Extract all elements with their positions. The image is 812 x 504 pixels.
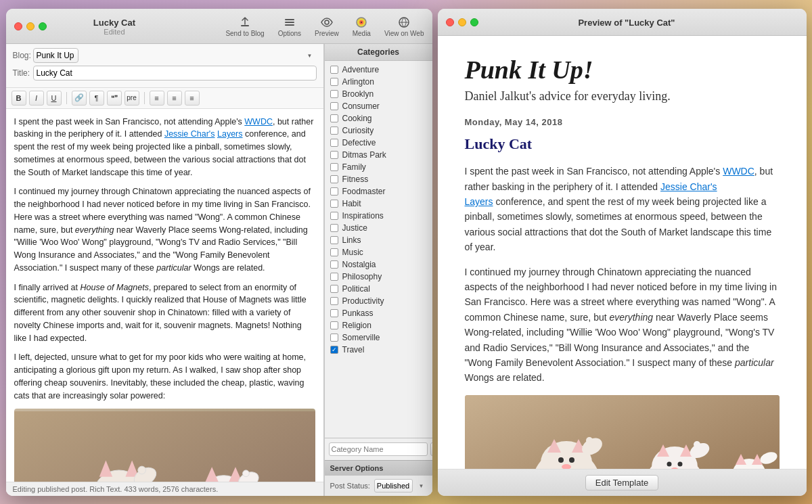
wwdc-link[interactable]: WWDC (244, 117, 273, 127)
status-bar: Editing published post. Rich Text. 433 w… (6, 482, 323, 496)
blockquote-button[interactable]: ❝❞ (107, 91, 122, 106)
svg-point-7 (361, 22, 362, 23)
preview-jessie-link[interactable]: Jessie Char's (660, 181, 717, 192)
preview-lucky-cat-svg (465, 395, 780, 469)
status-text: Editing published post. Rich Text. 433 w… (13, 485, 219, 493)
cat-checkbox-foodmaster[interactable] (330, 187, 338, 196)
cat-item-travel: ✓ Travel (325, 344, 432, 356)
cat-item-productivity: Productivity (325, 295, 432, 307)
cat-label-foodmaster: Foodmaster (342, 187, 386, 196)
svg-rect-39 (465, 395, 780, 469)
svg-rect-0 (241, 25, 249, 26)
post-status-label: Post Status: (330, 482, 370, 490)
cat-checkbox-cooking[interactable] (330, 114, 338, 122)
cat-checkbox-habit[interactable] (330, 200, 338, 208)
cat-item-political: Political (325, 283, 432, 295)
cat-checkbox-brooklyn[interactable] (330, 90, 338, 98)
add-category-button[interactable]: Add Category (430, 442, 432, 456)
edit-template-button[interactable]: Edit Template (585, 475, 659, 490)
italic-button[interactable]: I (29, 91, 44, 106)
right-window: Preview of "Lucky Cat" Punk It Up! Danie… (438, 9, 807, 496)
cat-checkbox-productivity[interactable] (330, 297, 338, 305)
cat-checkbox-religion[interactable] (330, 321, 338, 329)
cat-item-defective: Defective (325, 137, 432, 149)
editor-paragraph-1: I spent the past week in San Francisco, … (14, 116, 315, 179)
cat-label-justice: Justice (342, 223, 367, 233)
cat-item-nostalgia: Nostalgia (325, 258, 432, 271)
cat-checkbox-links[interactable] (330, 236, 338, 244)
cat-checkbox-punkass[interactable] (330, 309, 338, 317)
cat-checkbox-political[interactable] (330, 285, 338, 293)
pre-button[interactable]: pre (125, 91, 139, 106)
cat-label-fitness: Fitness (342, 175, 369, 184)
cat-checkbox-consumer[interactable] (330, 102, 338, 110)
cat-item-fitness: Fitness (325, 173, 432, 185)
cat-checkbox-family[interactable] (330, 163, 338, 171)
cat-item-somerville: Somerville (325, 331, 432, 344)
blog-select[interactable]: Punk It Up (33, 48, 78, 63)
cat-checkbox-justice[interactable] (330, 224, 338, 232)
cat-checkbox-somerville[interactable] (330, 334, 338, 342)
cat-checkbox-arlington[interactable] (330, 78, 338, 86)
cat-checkbox-philosophy[interactable] (330, 273, 338, 281)
svg-point-54 (667, 461, 671, 466)
preview-date: Monday, May 14, 2018 (465, 117, 780, 127)
jessie-char-link[interactable]: Jessie Char's (164, 129, 215, 139)
blog-row: Blog: Punk It Up (13, 48, 317, 63)
svg-rect-2 (285, 22, 294, 23)
server-options-header: Server Options (325, 460, 432, 476)
add-category-row: Add Category (325, 438, 432, 460)
cat-checkbox-nostalgia[interactable] (330, 260, 338, 269)
preview-button[interactable]: Preview (315, 16, 339, 37)
svg-point-45 (569, 457, 574, 463)
preview-layers-link[interactable]: Layers (465, 196, 493, 207)
left-titlebar: Lucky Cat Edited Send to Blog Options (6, 9, 432, 44)
layers-link[interactable]: Layers (217, 129, 243, 139)
post-status-select[interactable]: Published Draft (374, 479, 413, 492)
editor-paragraph-3: I finally arrived at House of Magnets, p… (14, 281, 315, 345)
link-button[interactable]: 🔗 (72, 91, 87, 106)
cat-checkbox-inspirations[interactable] (330, 212, 338, 220)
cat-checkbox-defective[interactable] (330, 139, 338, 147)
bold-button[interactable]: B (12, 91, 26, 106)
cat-item-ditmas: Ditmas Park (325, 149, 432, 161)
options-button[interactable]: Options (278, 16, 301, 37)
align-center-button[interactable]: ≡ (167, 91, 182, 106)
paragraph-button[interactable]: ¶ (89, 91, 104, 106)
preview-footer: Edit Template (438, 469, 807, 496)
cat-label-defective: Defective (342, 138, 376, 147)
preview-close-button[interactable] (446, 18, 454, 26)
svg-rect-1 (285, 19, 294, 20)
align-left-button[interactable]: ≡ (150, 91, 164, 106)
preview-wwdc-link[interactable]: WWDC (723, 166, 754, 177)
preview-blog-subtitle: Daniel Jalkut's advice for everyday livi… (465, 89, 780, 104)
cat-label-consumer: Consumer (342, 101, 380, 111)
preview-blog-title: Punk It Up! (465, 56, 780, 85)
send-to-blog-button[interactable]: Send to Blog (225, 16, 264, 37)
cat-label-brooklyn: Brooklyn (342, 89, 374, 99)
cat-checkbox-ditmas[interactable] (330, 151, 338, 159)
preview-post-title: Lucky Cat (465, 135, 780, 153)
cat-checkbox-fitness[interactable] (330, 175, 338, 183)
main-content: Blog: Punk It Up Title: B I U (6, 44, 432, 496)
title-label: Title: (13, 68, 33, 78)
underline-button[interactable]: U (47, 91, 62, 106)
cat-checkbox-travel[interactable]: ✓ (330, 346, 338, 354)
cat-checkbox-adventure[interactable] (330, 66, 338, 74)
cat-item-religion: Religion (325, 319, 432, 331)
align-right-button[interactable]: ≡ (185, 91, 200, 106)
cat-checkbox-curiosity[interactable] (330, 127, 338, 135)
category-name-input[interactable] (329, 442, 428, 456)
svg-rect-9 (14, 411, 315, 481)
post-status-select-wrap: Published Draft (374, 479, 427, 492)
categories-list: Adventure Arlington Brooklyn Consumer Co… (325, 61, 432, 438)
editor-body[interactable]: I spent the past week in San Francisco, … (6, 109, 323, 482)
title-input[interactable] (33, 66, 317, 81)
window-subtitle: Edited (104, 28, 125, 36)
preview-image (465, 395, 780, 469)
view-on-web-button[interactable]: View on Web (384, 16, 424, 37)
cat-label-political: Political (342, 284, 370, 294)
media-button[interactable]: Media (353, 16, 371, 37)
format-bar: B I U 🔗 ¶ ❝❞ pre ≡ ≡ ≡ (6, 88, 323, 109)
cat-checkbox-music[interactable] (330, 248, 338, 256)
